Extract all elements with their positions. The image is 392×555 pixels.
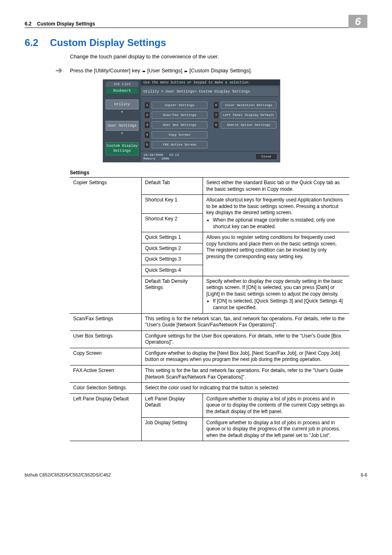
menu-color-selection[interactable]: Color Selection Settings (221, 102, 277, 109)
btn-user-settings[interactable]: User Settings (106, 121, 138, 131)
arrow-down-icon: ▼ (121, 110, 123, 114)
header-section-name: Custom Display Settings (37, 21, 95, 27)
settings-table: Copier Settings Default Tab Select eithe… (70, 177, 349, 441)
menu-userbox-settings[interactable]: User Box Settings (152, 121, 208, 129)
double-chevron-icon: ▸▸ (143, 69, 145, 73)
section-number: 6.2 (25, 37, 38, 48)
cell-dtd-desc: Specify whether to display the copy dens… (203, 276, 350, 313)
cell-fax-desc: This setting is for the fax and network … (142, 365, 350, 383)
cell-dtd: Default Tab Density Settings (142, 276, 203, 313)
menu-num: 3 (144, 121, 150, 129)
cell-qs1: Quick Settings 1 (142, 232, 203, 243)
cell-color-desc: Select the color used for indicating tha… (142, 383, 350, 394)
row-copyscreen: Copy Screen (70, 348, 142, 365)
cell-default-tab: Default Tab (142, 178, 203, 195)
cell-copyscreen-desc: Configure whether to display the [Next B… (142, 348, 350, 365)
instr-part3: [Custom Display Settings]. (188, 67, 252, 74)
menu-num: 7 (213, 111, 219, 119)
tab-bookmark[interactable]: Bookmark (106, 88, 138, 94)
sk-desc-bullet: When the optional image controller is in… (213, 217, 346, 230)
menu-scanfax-settings[interactable]: Scan/Fax Settings (152, 111, 208, 119)
btn-custom-display[interactable]: Custom Display Settings (106, 142, 138, 155)
cell-qs4: Quick Settings 4 (142, 265, 203, 276)
instr-part1: Press the [Utility/Counter] key (70, 67, 142, 74)
intro-text: Change the touch panel display to the co… (70, 53, 367, 60)
cell-jds-desc: Configure whether to display a list of j… (203, 417, 350, 441)
settings-heading: Settings (70, 170, 367, 176)
section-heading: Custom Display Settings (50, 37, 166, 48)
menu-left-panel-default[interactable]: Left Panel Display Default (221, 111, 277, 119)
ss-mem-pct: 100% (161, 157, 169, 160)
ss-topbar: Use the menu buttons or keypad to make a… (141, 80, 280, 86)
chapter-tab: 6 (348, 15, 367, 28)
menu-num: 2 (144, 111, 150, 119)
menu-num: 6 (213, 102, 219, 109)
row-scanfax: Scan/Fax Settings (70, 313, 142, 331)
cell-sk2: Shortcut Key 2 (142, 213, 203, 232)
cell-qs-desc: Allows you to register setting condition… (203, 232, 350, 276)
tab-joblist[interactable]: Job List (106, 81, 138, 87)
double-chevron-icon: ▸▸ (184, 69, 187, 73)
cell-default-tab-desc: Select either the standard Basic tab or … (203, 178, 350, 195)
cell-lpd: Left Panel Display Default (142, 393, 203, 417)
close-button[interactable]: Close (255, 153, 277, 160)
ss-mem-label: Memory (143, 157, 155, 160)
cell-sk-desc: Allocate shortcut keys for frequently us… (203, 195, 350, 232)
menu-num: 8 (213, 121, 219, 129)
section-title: 6.2Custom Display Settings (25, 37, 367, 49)
cell-qs2: Quick Settings 2 (142, 243, 203, 254)
cell-lpd-desc: Configure whether to display a list of j… (203, 393, 350, 417)
cell-scanfax-desc: This setting is for the network scan, fa… (142, 313, 350, 331)
footer-model: bizhub C652/C652DS/C552/C552DS/C452 (25, 472, 111, 477)
arrow-right-icon: ➔ (55, 65, 62, 75)
ss-breadcrumb: Utility > User Settings> Custom Display … (141, 87, 278, 97)
sk-desc-text: Allocate shortcut keys for frequently us… (206, 197, 343, 215)
row-leftpane: Left Pane Display Default (70, 393, 142, 441)
menu-num: 4 (144, 131, 150, 139)
cell-jds: Job Display Setting (142, 417, 203, 441)
row-color: Color Selection Settings (70, 383, 142, 394)
cell-qs3: Quick Settings 3 (142, 254, 203, 265)
dtd-bullet: If [ON] is selected, [Quick Settings 3] … (213, 298, 346, 311)
row-fax: FAX Active Screen (70, 365, 142, 383)
menu-search-option[interactable]: Search Option Settings (221, 121, 277, 129)
btn-utility[interactable]: Utility (106, 99, 138, 109)
instruction-row: ➔ Press the [Utility/Counter] key ▸▸ [Us… (55, 65, 367, 75)
header-section-num: 6.2 (25, 21, 32, 27)
menu-fax-active[interactable]: FAX Active Screen (152, 141, 208, 148)
arrow-down-icon: ▼ (121, 132, 123, 136)
menu-copier-settings[interactable]: Copier Settings (152, 102, 208, 109)
ss-time: 13:13 (169, 153, 179, 157)
dtd-desc-text: Specify whether to display the copy dens… (206, 278, 343, 297)
instr-part2: [User Settings] (146, 67, 184, 74)
menu-copy-screen[interactable]: Copy Screen (152, 131, 208, 139)
row-userbox: User Box Settings (70, 331, 142, 348)
menu-num: 1 (144, 102, 150, 109)
row-copier-settings: Copier Settings (70, 178, 142, 314)
menu-num: 5 (144, 141, 150, 148)
footer-page: 6-6 (361, 472, 367, 477)
cell-userbox-desc: Configure settings for the User Box oper… (142, 331, 350, 348)
touch-panel-screenshot: Job List Bookmark Utility ▼ User Setting… (103, 79, 280, 162)
ss-date: 10/10/2008 (143, 153, 163, 157)
cell-sk1: Shortcut Key 1 (142, 195, 203, 213)
